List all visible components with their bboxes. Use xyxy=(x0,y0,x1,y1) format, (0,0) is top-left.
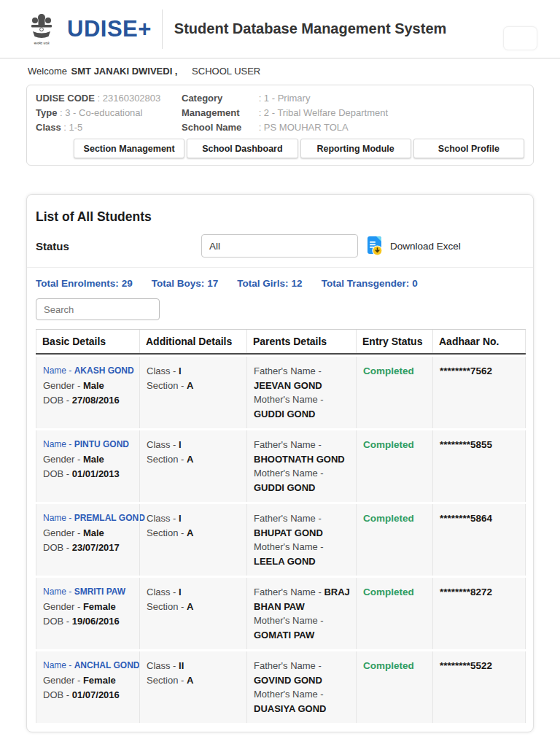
additional-details-cell: Class - I Section - A xyxy=(139,504,246,576)
entry-status-cell: Completed xyxy=(356,651,432,723)
india-emblem-icon: सत्यमेव जयते xyxy=(28,12,55,46)
basic-details-cell: Name - PREMLAL GOND Gender - Male DOB - … xyxy=(36,504,139,576)
student-name-link[interactable]: PREMLAL GOND xyxy=(74,513,145,523)
nav-button-reporting-module[interactable]: Reporting Module xyxy=(300,139,411,158)
mother-value: DUASIYA GOND xyxy=(254,703,326,714)
additional-details-cell: Class - I Section - A xyxy=(139,357,246,428)
gender-label: Gender - xyxy=(43,601,83,612)
student-name: Name - SMRITI PAW xyxy=(43,585,133,598)
student-name-link[interactable]: ANCHAL GOND xyxy=(74,660,140,670)
header-menu-button[interactable] xyxy=(503,26,537,50)
total-transgender-value: 0 xyxy=(412,278,418,289)
aadhaar-value: ********5864 xyxy=(440,513,492,524)
total-boys-label: Total Boys: xyxy=(152,278,205,289)
student-class: Class - I xyxy=(147,585,241,600)
name-label: Name - xyxy=(43,587,74,597)
status-badge: Completed xyxy=(363,365,414,376)
total-transgender-label: Total Transgender: xyxy=(322,278,410,289)
app-header: सत्यमेव जयते UDISE+ Student Database Man… xyxy=(0,0,560,59)
table-row: Name - SMRITI PAW Gender - Female DOB - … xyxy=(36,578,526,649)
dob-value: 01/01/2013 xyxy=(72,468,120,479)
download-excel-label: Download Excel xyxy=(390,241,461,252)
type-value: : 3 - Co-educational xyxy=(60,107,142,118)
student-section: Section - A xyxy=(147,526,241,541)
type-field: Type : 3 - Co-educational xyxy=(36,106,182,120)
student-gender: Gender - Male xyxy=(43,379,133,393)
school-info-card: UDISE CODE : 23160302803 Type : 3 - Co-e… xyxy=(26,85,534,166)
aadhaar-value: ********8272 xyxy=(440,587,492,597)
entry-status-cell: Completed xyxy=(356,504,432,576)
father-name: Father's Name - JEEVAN GOND xyxy=(254,364,350,392)
management-field: Management : 2 - Tribal Welfare Departme… xyxy=(182,106,524,120)
table-row: Name - PINTU GOND Gender - Male DOB - 01… xyxy=(36,430,526,502)
parents-details-cell: Father's Name - BHUPAT GOND Mother's Nam… xyxy=(246,504,356,576)
header-separator xyxy=(162,9,163,49)
emblem-caption: सत्यमेव जयते xyxy=(28,42,55,46)
class-value: I xyxy=(179,513,182,524)
gender-value: Male xyxy=(83,527,104,538)
school-info-right-column: Category : 1 - Primary Management : 2 - … xyxy=(182,91,524,135)
student-dob: DOB - 19/06/2016 xyxy=(43,614,133,629)
section-label: Section - xyxy=(147,380,187,391)
type-label: Type xyxy=(36,107,57,118)
gender-value: Male xyxy=(83,454,104,465)
dob-label: DOB - xyxy=(43,468,72,479)
total-enrolments-value: 29 xyxy=(122,278,133,289)
student-dob: DOB - 27/08/2016 xyxy=(43,393,133,408)
welcome-bar: Welcome SMT JANAKI DWIVEDI , SCHOOL USER xyxy=(0,59,560,82)
download-excel-button[interactable]: Download Excel xyxy=(365,236,461,256)
aadhaar-cell: ********8272 xyxy=(432,578,526,649)
dob-label: DOB - xyxy=(43,616,72,627)
mother-label: Mother's Name - xyxy=(254,615,324,626)
search-input[interactable] xyxy=(36,298,160,320)
entry-status-cell: Completed xyxy=(356,430,432,502)
student-dob: DOB - 01/01/2013 xyxy=(43,467,133,481)
student-name: Name - AKASH GOND xyxy=(43,364,133,377)
father-label: Father's Name - xyxy=(254,660,322,671)
status-select[interactable]: All xyxy=(201,234,358,258)
section-value: A xyxy=(187,380,193,391)
aadhaar-cell: ********5864 xyxy=(432,504,526,576)
school-name-field: School Name : PS MOUHAR TOLA xyxy=(182,120,524,135)
status-badge: Completed xyxy=(363,439,414,450)
aadhaar-value: ********5855 xyxy=(440,439,492,450)
class-value: I xyxy=(179,587,182,597)
udise-code-value: : 23160302803 xyxy=(98,93,161,104)
class-value: II xyxy=(179,660,184,671)
total-girls: Total Girls:12 xyxy=(237,278,305,289)
name-label: Name - xyxy=(43,660,74,670)
parents-details-cell: Father's Name - JEEVAN GOND Mother's Nam… xyxy=(246,357,356,428)
student-class: Class - I xyxy=(147,511,241,526)
mother-value: GUDDI GOND xyxy=(254,482,316,493)
app-title: Student Database Management System xyxy=(174,20,446,37)
students-list-card: List of All Students Status All Download… xyxy=(26,194,534,732)
student-gender: Gender - Female xyxy=(43,600,133,614)
student-name-link[interactable]: PINTU GOND xyxy=(74,439,129,449)
student-name-link[interactable]: SMRITI PAW xyxy=(74,587,125,597)
student-name-link[interactable]: AKASH GOND xyxy=(74,365,134,376)
management-value: : 2 - Tribal Welfare Department xyxy=(259,107,389,118)
class-value: I xyxy=(179,439,182,450)
nav-button-section-management[interactable]: Section Management xyxy=(74,139,184,158)
status-badge: Completed xyxy=(363,587,414,597)
father-value: BHUPAT GOND xyxy=(254,527,323,538)
aadhaar-value: ********5522 xyxy=(440,660,492,671)
gender-label: Gender - xyxy=(43,380,83,391)
udise-code-field: UDISE CODE : 23160302803 xyxy=(36,91,182,106)
section-label: Section - xyxy=(147,675,187,686)
nav-button-school-dashboard[interactable]: School Dashboard xyxy=(187,139,298,158)
gender-label: Gender - xyxy=(43,675,83,686)
nav-button-school-profile[interactable]: School Profile xyxy=(413,139,524,158)
father-value: JEEVAN GOND xyxy=(254,380,322,391)
udise-plus-logo: UDISE+ xyxy=(67,16,152,42)
father-value: BHOOTNATH GOND xyxy=(254,454,345,465)
student-name: Name - PREMLAL GOND xyxy=(43,511,133,525)
entry-status-cell: Completed xyxy=(356,357,432,428)
table-header-parents-details: Parents Details xyxy=(246,330,356,353)
class-label: Class - xyxy=(147,587,179,597)
name-label: Name - xyxy=(43,439,74,449)
total-girls-value: 12 xyxy=(292,278,303,289)
category-field: Category : 1 - Primary xyxy=(182,91,524,106)
name-label: Name - xyxy=(43,365,74,376)
name-label: Name - xyxy=(43,513,74,523)
